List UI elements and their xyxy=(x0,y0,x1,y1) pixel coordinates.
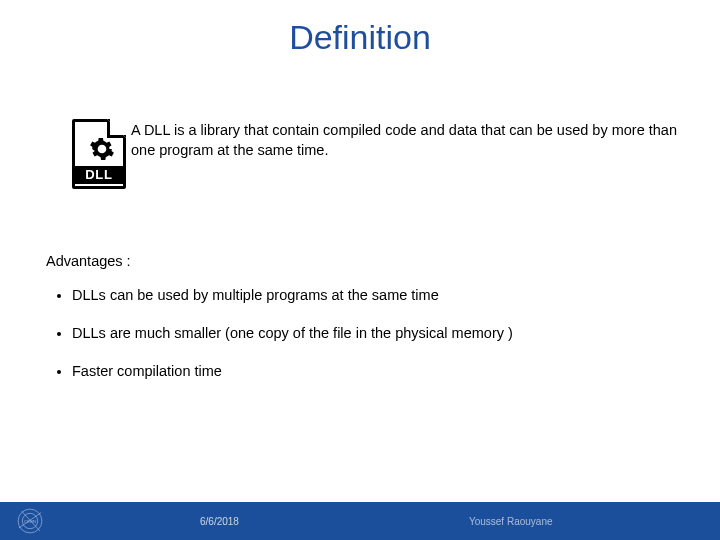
footer-bar: CERN 6/6/2018 Youssef Raouyane xyxy=(0,502,720,540)
slide: Definition DLL A DLL is a library that c… xyxy=(0,0,720,540)
logo-text: CERN xyxy=(24,519,36,524)
gear-icon xyxy=(89,136,115,162)
slide-title: Definition xyxy=(0,0,720,57)
cern-logo-icon: CERN xyxy=(0,507,60,535)
dll-file-icon: DLL xyxy=(68,117,115,195)
footer-date: 6/6/2018 xyxy=(200,516,239,527)
list-item: DLLs are much smaller (one copy of the f… xyxy=(72,325,720,341)
dll-icon-label: DLL xyxy=(75,166,123,184)
advantages-heading: Advantages : xyxy=(46,253,720,269)
footer-author: Youssef Raouyane xyxy=(469,516,553,527)
intro-text: A DLL is a library that contain compiled… xyxy=(131,117,680,160)
advantages-list: DLLs can be used by multiple programs at… xyxy=(72,287,720,379)
list-item: DLLs can be used by multiple programs at… xyxy=(72,287,720,303)
intro-block: DLL A DLL is a library that contain comp… xyxy=(68,117,680,195)
list-item: Faster compilation time xyxy=(72,363,720,379)
